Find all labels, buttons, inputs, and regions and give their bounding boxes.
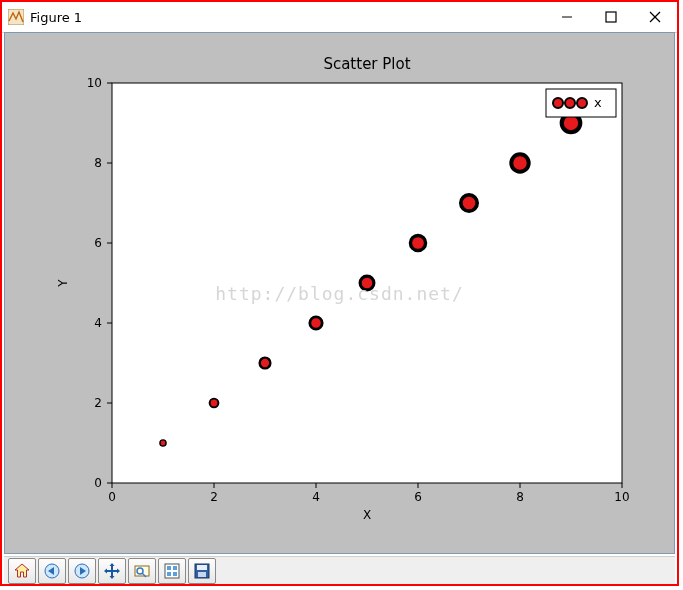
- svg-text:4: 4: [312, 490, 320, 504]
- svg-point-44: [565, 98, 575, 108]
- titlebar: Figure 1: [2, 2, 677, 33]
- svg-text:x: x: [594, 95, 602, 110]
- svg-point-34: [210, 399, 219, 408]
- svg-point-35: [260, 358, 271, 369]
- window-frame: Figure 1 02468100246810XYScatter Plotx h…: [0, 0, 679, 586]
- maximize-button[interactable]: [589, 2, 633, 32]
- subplots-button[interactable]: [158, 558, 186, 584]
- svg-text:8: 8: [516, 490, 524, 504]
- svg-marker-55: [110, 576, 115, 579]
- scatter-plot: 02468100246810XYScatter Plotx: [27, 43, 652, 543]
- svg-point-37: [360, 276, 374, 290]
- svg-point-45: [577, 98, 587, 108]
- svg-point-36: [310, 317, 322, 329]
- svg-point-40: [511, 154, 528, 171]
- svg-rect-63: [173, 566, 177, 570]
- svg-marker-54: [110, 563, 115, 566]
- svg-text:2: 2: [94, 396, 102, 410]
- svg-marker-56: [104, 568, 107, 573]
- svg-rect-67: [197, 565, 207, 570]
- svg-point-33: [160, 440, 166, 446]
- svg-rect-2: [606, 12, 616, 22]
- svg-text:10: 10: [87, 76, 102, 90]
- svg-marker-47: [15, 564, 29, 577]
- svg-marker-57: [117, 568, 120, 573]
- window-title: Figure 1: [30, 10, 82, 25]
- minimize-button[interactable]: [545, 2, 589, 32]
- svg-text:6: 6: [414, 490, 422, 504]
- svg-rect-65: [173, 572, 177, 576]
- svg-rect-62: [167, 566, 171, 570]
- svg-text:4: 4: [94, 316, 102, 330]
- close-button[interactable]: [633, 2, 677, 32]
- svg-rect-64: [167, 572, 171, 576]
- back-button[interactable]: [38, 558, 66, 584]
- svg-point-38: [410, 235, 425, 250]
- pan-button[interactable]: [98, 558, 126, 584]
- svg-text:Y: Y: [56, 279, 70, 288]
- svg-text:0: 0: [94, 476, 102, 490]
- svg-text:8: 8: [94, 156, 102, 170]
- save-button[interactable]: [188, 558, 216, 584]
- zoom-button[interactable]: [128, 558, 156, 584]
- svg-text:Scatter Plot: Scatter Plot: [323, 55, 410, 73]
- svg-text:2: 2: [210, 490, 218, 504]
- forward-button[interactable]: [68, 558, 96, 584]
- svg-point-39: [461, 195, 477, 211]
- svg-point-43: [553, 98, 563, 108]
- svg-text:10: 10: [614, 490, 629, 504]
- svg-text:0: 0: [108, 490, 116, 504]
- home-button[interactable]: [8, 558, 36, 584]
- svg-text:X: X: [363, 508, 371, 522]
- app-icon: [8, 9, 24, 25]
- svg-text:6: 6: [94, 236, 102, 250]
- svg-rect-68: [198, 572, 206, 577]
- figure-canvas: 02468100246810XYScatter Plotx http://blo…: [4, 32, 675, 554]
- nav-toolbar: [4, 556, 675, 584]
